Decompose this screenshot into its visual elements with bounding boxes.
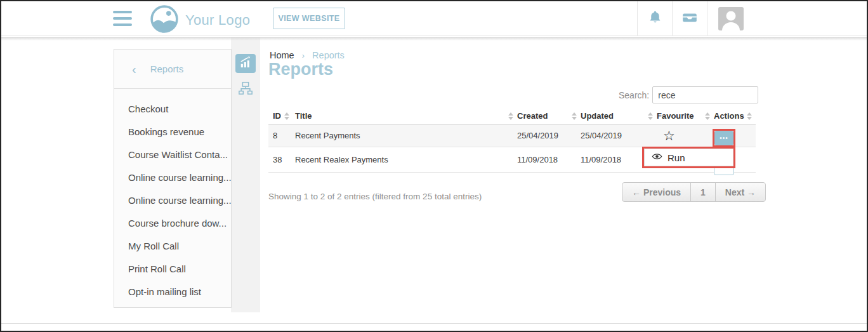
sidebar-item-course-waitlist[interactable]: Course Waitlist Conta... [114,143,231,166]
column-header-updated[interactable]: Updated [581,108,657,124]
column-header-created[interactable]: Created [517,108,581,124]
next-page-button[interactable]: Next → [715,183,765,201]
sidebar-item-course-brochure[interactable]: Course brochure dow... [114,212,231,235]
sidebar-item-print-roll-call[interactable]: Print Roll Call [114,258,231,281]
cell-title: Recent Payments [293,124,517,147]
column-header-title[interactable]: Title [293,108,517,124]
table-row: 8 Recent Payments 25/04/2019 25/04/2019 … [268,124,756,147]
breadcrumb-separator-icon: › [302,51,305,60]
reports-sidebar: ‹ Reports Checkout Bookings revenue Cour… [114,49,232,308]
sidebar-item-online-course-2[interactable]: Online course learning... [114,189,231,212]
sort-icon [747,112,752,120]
sidebar-item-online-course-1[interactable]: Online course learning... [114,166,231,189]
sitemap-icon [238,80,253,98]
run-menu-item[interactable]: Run [644,149,733,166]
actions-highlight-annotation: ••• [713,129,735,147]
sort-icon [572,112,577,120]
logo[interactable]: Your Logo [150,4,250,36]
table-header-row: ID Title Created Updated Favourite [268,108,756,124]
sort-icon [284,112,289,120]
sidebar-report-list: Checkout Bookings revenue Course Waitlis… [114,89,231,303]
row1-actions-button[interactable]: ••• [714,131,733,145]
menu-icon[interactable] [113,11,132,26]
cell-favourite: ☆ [657,124,714,147]
search-input[interactable] [652,86,758,103]
header-shadow [1,37,867,41]
breadcrumb-home-link[interactable]: Home [270,50,294,60]
sidebar-item-bookings-revenue[interactable]: Bookings revenue [114,121,231,143]
header-divider [707,1,707,36]
sidebar-title: Reports [150,63,184,74]
nav-sitemap-button[interactable] [235,79,256,98]
cell-created: 11/09/2018 [517,147,581,172]
column-header-actions[interactable]: Actions [714,108,756,124]
breadcrumb-current[interactable]: Reports [312,50,345,60]
notifications-button[interactable] [637,1,672,36]
nav-reports-button[interactable] [235,54,256,73]
cell-title: Recent Realex Payments [293,147,517,172]
footer-divider [1,323,867,324]
app-window: Your Logo VIEW WEBSITE [0,0,868,332]
page-title: Reports [268,60,333,79]
inbox-icon [681,10,698,29]
sort-icon [705,112,710,120]
view-website-button[interactable]: VIEW WEBSITE [273,8,345,29]
eye-icon [652,152,662,163]
search-bar: Search: [619,86,758,103]
top-header: Your Logo VIEW WEBSITE [1,1,867,36]
cell-id: 8 [268,124,293,147]
run-menu-label: Run [667,152,685,163]
inbox-button[interactable] [672,1,707,36]
page-number-button[interactable]: 1 [690,183,715,201]
table-info-text: Showing 1 to 2 of 2 entries (filtered fr… [268,192,482,201]
bell-icon [647,10,663,28]
pagination: ← Previous 1 Next → [622,182,766,202]
chevron-left-icon: ‹ [132,63,136,76]
chart-icon [239,56,253,71]
sidebar-item-checkout[interactable]: Checkout [114,98,231,121]
search-label: Search: [619,90,649,100]
avatar[interactable] [718,7,744,30]
column-header-favourite[interactable]: Favourite [657,108,714,124]
cell-updated: 25/04/2019 [581,124,657,147]
sidebar-item-opt-in-mailing-list[interactable]: Opt-in mailing list [114,281,231,303]
sort-icon [648,112,653,120]
run-dropdown-annotation: Run [642,147,735,168]
cell-id: 38 [268,147,293,172]
previous-page-button[interactable]: ← Previous [622,183,690,201]
cell-created: 25/04/2019 [517,124,581,147]
sidebar-back-header[interactable]: ‹ Reports [114,50,231,89]
nav-strip [231,37,260,312]
sort-icon [508,112,513,120]
star-outline-icon[interactable]: ☆ [657,129,675,142]
sidebar-item-my-roll-call[interactable]: My Roll Call [114,235,231,258]
logo-image-icon [150,4,179,36]
logo-text: Your Logo [185,12,250,29]
column-header-id[interactable]: ID [268,108,293,124]
breadcrumb: Home › Reports [270,50,345,60]
